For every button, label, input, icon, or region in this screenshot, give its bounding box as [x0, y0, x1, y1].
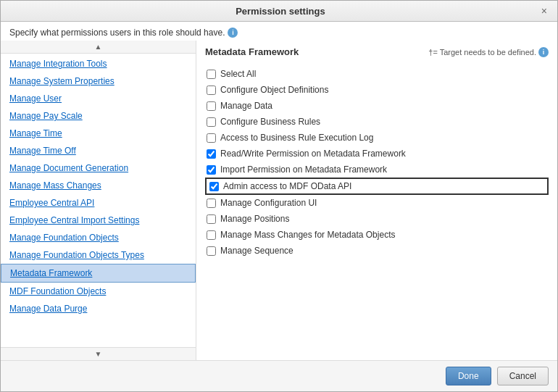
permission-checkbox-2[interactable]: [207, 101, 216, 111]
close-button[interactable]: ×: [538, 5, 550, 17]
sidebar-item-13[interactable]: MDF Foundation Objects: [1, 283, 196, 300]
sidebar-item-7[interactable]: Manage Mass Changes: [1, 177, 196, 194]
right-panel: Metadata Framework †= Target needs to be…: [196, 41, 557, 360]
sidebar-item-6[interactable]: Manage Document Generation: [1, 159, 196, 177]
dialog-header: Permission settings ×: [1, 1, 557, 22]
permission-item-9: Manage Positions: [205, 211, 549, 227]
permission-label-6: Import Permission on Metadata Framework: [220, 164, 387, 175]
permission-checkbox-9[interactable]: [207, 214, 216, 224]
permission-item-1: Configure Object Definitions: [205, 82, 549, 98]
permission-checkbox-0[interactable]: [207, 70, 216, 79]
permission-item-0: Select All: [205, 66, 549, 82]
permission-item-6: Import Permission on Metadata Framework: [205, 162, 549, 178]
permission-label-2: Manage Data: [220, 101, 272, 111]
section-title: Metadata Framework: [205, 46, 299, 57]
permission-checkbox-11[interactable]: [207, 246, 216, 256]
dialog-title: Permission settings: [22, 6, 538, 17]
sidebar-item-10[interactable]: Manage Foundation Objects: [1, 229, 196, 246]
permission-label-3: Configure Business Rules: [220, 117, 320, 127]
permission-item-11: Manage Sequence: [205, 243, 549, 259]
permission-checkbox-3[interactable]: [207, 117, 216, 127]
permission-label-4: Access to Business Rule Execution Log: [220, 133, 373, 143]
sidebar-item-1[interactable]: Manage System Properties: [1, 72, 196, 90]
instruction-info-icon[interactable]: i: [228, 28, 238, 38]
left-panel: ▲ Manage Integration ToolsManage System …: [1, 41, 196, 360]
permission-checkbox-5[interactable]: [207, 149, 216, 159]
permission-label-8: Manage Configuration UI: [220, 198, 317, 208]
permission-label-7: Admin access to MDF OData API: [223, 181, 351, 191]
permission-checkbox-8[interactable]: [207, 199, 216, 208]
permission-label-11: Manage Sequence: [220, 246, 293, 256]
done-button[interactable]: Done: [446, 367, 491, 385]
permission-checkbox-10[interactable]: [207, 230, 216, 240]
sidebar-item-3[interactable]: Manage Pay Scale: [1, 107, 196, 125]
cancel-button[interactable]: Cancel: [497, 367, 549, 385]
sidebar-item-5[interactable]: Manage Time Off: [1, 142, 196, 159]
dialog-body: Specify what permissions users in this r…: [1, 22, 557, 360]
permission-label-9: Manage Positions: [220, 214, 289, 224]
permission-item-3: Configure Business Rules: [205, 114, 549, 130]
sidebar-item-12[interactable]: Metadata Framework: [1, 264, 196, 283]
permissions-list: Select AllConfigure Object DefinitionsMa…: [205, 66, 549, 259]
permission-item-8: Manage Configuration UI: [205, 195, 549, 211]
target-info-icon[interactable]: i: [538, 47, 549, 57]
permission-checkbox-7[interactable]: [209, 182, 219, 191]
permission-label-0: Select All: [220, 69, 256, 79]
left-list: Manage Integration ToolsManage System Pr…: [1, 54, 196, 347]
target-note: †= Target needs to be defined. i: [428, 47, 549, 57]
sidebar-item-9[interactable]: Employee Central Import Settings: [1, 212, 196, 229]
permission-item-7: Admin access to MDF OData API: [205, 178, 549, 195]
sidebar-item-11[interactable]: Manage Foundation Objects Types: [1, 246, 196, 264]
permission-settings-dialog: Permission settings × Specify what permi…: [0, 0, 558, 392]
permission-item-10: Manage Mass Changes for Metadata Objects: [205, 227, 549, 243]
permission-item-5: Read/Write Permission on Metadata Framew…: [205, 146, 549, 162]
instruction-text: Specify what permissions users in this r…: [9, 28, 225, 38]
sidebar-item-14[interactable]: Manage Data Purge: [1, 300, 196, 317]
permission-checkbox-4[interactable]: [207, 133, 216, 143]
instruction-area: Specify what permissions users in this r…: [1, 22, 557, 41]
right-header: Metadata Framework †= Target needs to be…: [205, 46, 549, 60]
scroll-up-arrow[interactable]: ▲: [1, 41, 196, 54]
permission-label-10: Manage Mass Changes for Metadata Objects: [220, 230, 395, 240]
permission-checkbox-1[interactable]: [207, 86, 216, 95]
content-area: ▲ Manage Integration ToolsManage System …: [1, 41, 557, 360]
permission-label-1: Configure Object Definitions: [220, 85, 328, 95]
sidebar-item-4[interactable]: Manage Time: [1, 125, 196, 142]
sidebar-item-0[interactable]: Manage Integration Tools: [1, 55, 196, 72]
dialog-footer: Done Cancel: [1, 360, 557, 391]
permission-label-5: Read/Write Permission on Metadata Framew…: [220, 149, 406, 159]
permission-item-4: Access to Business Rule Execution Log: [205, 130, 549, 146]
permission-checkbox-6[interactable]: [207, 165, 216, 175]
scroll-down-arrow[interactable]: ▼: [1, 347, 196, 360]
permission-item-2: Manage Data: [205, 98, 549, 114]
sidebar-item-2[interactable]: Manage User: [1, 90, 196, 107]
sidebar-item-8[interactable]: Employee Central API: [1, 194, 196, 212]
